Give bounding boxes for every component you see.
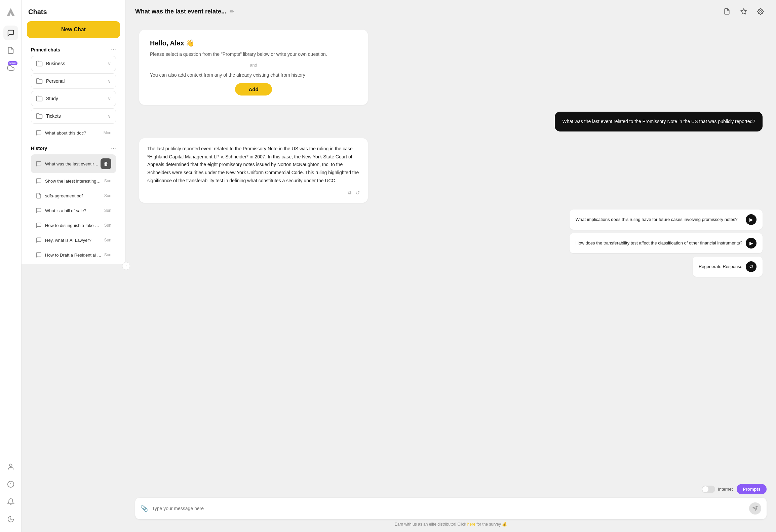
message-input[interactable] [152,506,745,511]
history-item-3[interactable]: What is a bill of sale? Sun [31,203,116,218]
new-badge: New [8,61,17,65]
pinned-section-header: Pinned chats ··· [31,46,116,53]
history-item-6[interactable]: How to Draft a Residential Lease Agre...… [31,248,116,262]
prompts-button[interactable]: Prompts [737,484,767,494]
suggestion-item-0[interactable]: What implications does this ruling have … [570,210,763,230]
pinned-business-label: Business [46,61,65,66]
pinned-item-business[interactable]: Business ∨ [31,56,116,71]
chat-item-label: How to Draft a Residential Lease Agre... [45,253,102,258]
suggestion-arrow-icon: ▶ [746,238,756,249]
header-actions [721,5,767,17]
chat-item-label: Hey, what is AI Lawyer? [45,238,91,243]
chat-item-date: Mon [104,130,111,135]
pinned-item-personal[interactable]: Personal ∨ [31,73,116,89]
icon-bar-bottom [3,459,18,527]
chat-item-label: How to distinguish a fake bill of sale f… [45,223,102,228]
add-context-button[interactable]: Add [235,83,272,96]
nav-chat[interactable] [3,26,18,40]
chat-item-label: What about this doc? [45,130,86,136]
svg-point-0 [9,464,12,466]
chat-title-text: What was the last event relate... [135,8,226,15]
history-more-btn[interactable]: ··· [111,145,116,152]
ai-message: The last publicly reported event related… [139,138,368,203]
chat-title: What was the last event relate... ✏ [135,8,234,15]
nav-document[interactable] [3,43,18,58]
new-chat-button[interactable]: New Chat [27,21,120,38]
pinned-more-btn[interactable]: ··· [111,46,116,53]
regenerate-icon: ↺ [746,261,756,272]
chat-item-date: Sun [104,208,111,213]
chat-area: Hello, Alex 👋 Please select a question f… [126,23,776,480]
welcome-card: Hello, Alex 👋 Please select a question f… [139,30,368,105]
attach-icon[interactable]: 📎 [141,505,148,512]
nav-cloud[interactable]: New [3,61,18,75]
pinned-section: Pinned chats ··· Business ∨ Personal ∨ [24,43,123,142]
internet-toggle[interactable]: Internet [702,486,733,493]
pin-action-button[interactable] [738,5,750,17]
pinned-item-study[interactable]: Study ∨ [31,91,116,106]
pinned-tickets-label: Tickets [46,113,61,119]
chevron-down-icon: ∨ [108,96,111,101]
pinned-label: Pinned chats [31,47,60,52]
chat-item-date: Sun [104,238,111,242]
history-label: History [31,146,47,151]
internet-label: Internet [718,487,733,492]
pinned-item-tickets[interactable]: Tickets ∨ [31,108,116,124]
app-logo[interactable] [4,5,17,19]
regenerate-item[interactable]: Regenerate Response ↺ [693,257,763,277]
chat-item-date: Sun [104,179,111,183]
chevron-down-icon: ∨ [108,78,111,84]
chevron-down-icon: ∨ [108,113,111,119]
nav-profile[interactable] [3,459,18,474]
welcome-context-text: You can also add context from any of the… [150,72,357,78]
suggestions-container: What implications does this ruling have … [570,210,763,277]
sidebar-collapse-btn[interactable]: ‹ [122,262,130,270]
chat-item-date: Sun [104,253,111,257]
divider-text: and [250,63,257,68]
chevron-down-icon: ∨ [108,61,111,66]
sidebar-title: Chats [22,0,125,21]
suggestion-text: How does the transferability test affect… [576,240,742,245]
chat-item-date: Sun [104,193,111,198]
pinned-personal-label: Personal [46,78,65,84]
suggestion-item-1[interactable]: How does the transferability test affect… [570,233,763,253]
footer-text: Earn with us as an elite distributor! Cl… [135,522,767,527]
regenerate-text: Regenerate Response [699,264,742,269]
svg-marker-4 [741,9,747,14]
pinned-study-label: Study [46,96,58,101]
refresh-message-btn[interactable]: ↺ [355,190,360,196]
history-item-0[interactable]: What was the last event related to the..… [31,154,116,173]
history-section: History ··· What was the last event rela… [24,142,123,264]
chat-item-label: What was the last event related to the..… [45,161,101,166]
chat-item-date: Sun [104,223,111,228]
pinned-item-what-about-doc[interactable]: What about this doc? Mon [31,126,116,140]
input-controls: Internet Prompts [135,484,767,494]
history-item-1[interactable]: Show the latest interesting news or u...… [31,174,116,188]
main-header: What was the last event relate... ✏ [126,0,776,23]
sidebar-scroll: Pinned chats ··· Business ∨ Personal ∨ [22,43,125,264]
toggle-switch[interactable] [702,486,715,493]
suggestion-arrow-icon: ▶ [746,214,756,225]
ai-message-actions: ⧉ ↺ [147,190,360,196]
history-item-5[interactable]: Hey, what is AI Lawyer? Sun [31,233,116,247]
delete-chat-btn[interactable]: 🗑 [101,158,111,169]
settings-action-button[interactable] [754,5,767,17]
history-item-2[interactable]: sdfs-agreement.pdf Sun [31,189,116,203]
history-section-header: History ··· [31,145,116,152]
history-item-4[interactable]: How to distinguish a fake bill of sale f… [31,218,116,232]
copy-message-btn[interactable]: ⧉ [348,190,351,196]
ai-message-text: The last publicly reported event related… [147,146,359,183]
suggestion-text: What implications does this ruling have … [576,217,742,222]
footer-link[interactable]: here [467,522,475,527]
nav-moon[interactable] [3,512,18,527]
welcome-title: Hello, Alex 👋 [150,39,357,47]
document-action-button[interactable] [721,5,733,17]
chat-item-label: What is a bill of sale? [45,208,86,213]
send-button[interactable] [749,502,761,515]
chat-item-label: sdfs-agreement.pdf [45,193,83,198]
user-message: What was the last event related to the P… [555,112,763,131]
edit-title-icon[interactable]: ✏ [230,8,234,15]
nav-info[interactable] [3,477,18,492]
svg-point-5 [760,11,762,12]
nav-bell[interactable] [3,494,18,509]
